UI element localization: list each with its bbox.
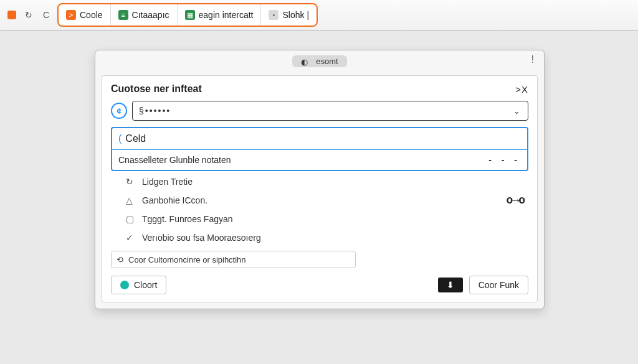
- tab-1[interactable]: ≡ Cıtaaapıc: [111, 4, 178, 26]
- tab-3-icon: •: [269, 10, 279, 20]
- tab-2-icon: ▦: [185, 10, 195, 20]
- option-3[interactable]: ✓ Verıobio sou fsa Mooraesoıerg: [111, 228, 528, 247]
- tab-3[interactable]: • Slohk |: [261, 4, 317, 26]
- sub-row-dashes: - - -: [488, 155, 521, 165]
- alert-icon[interactable]: !: [531, 54, 534, 65]
- tab-0-icon: >: [66, 10, 76, 20]
- main-chooser: ( Celd Cnasselleter Glunble notaten - - …: [111, 127, 528, 171]
- option-1[interactable]: △ Ganbohie ICcon. o→o: [111, 191, 528, 210]
- hint-icon: ⟲: [117, 255, 123, 264]
- selector-value: §••••••: [139, 106, 171, 116]
- search-value: Celd: [125, 133, 146, 144]
- tab-label: Cıtaaapıc: [132, 10, 169, 20]
- chevron-down-icon: ⌄: [513, 106, 521, 116]
- teal-dot-icon: [120, 281, 129, 289]
- refresh-icon[interactable]: ↻: [22, 9, 35, 21]
- tab-label: Slohk |: [282, 10, 309, 20]
- dialog: ◐ esomt ! Cuotose ner infteat >X ¢ §••••…: [95, 50, 545, 309]
- footer-right-button[interactable]: Coor Funk: [469, 276, 528, 294]
- info-icon: ¢: [111, 103, 127, 119]
- tab-label: Coole: [80, 10, 103, 20]
- dialog-title: Cuotose ner infteat: [111, 83, 202, 95]
- option-3-icon: ✓: [126, 233, 136, 243]
- tab-1-icon: ≡: [118, 10, 128, 20]
- hint-row[interactable]: ⟲ Coor Cultomoncinre or sipihctihn: [111, 251, 356, 268]
- tab-bar: > Coole ≡ Cıtaaapıc ▦ eagin intercatt • …: [57, 3, 318, 27]
- close-icon[interactable]: >X: [515, 84, 528, 95]
- download-icon[interactable]: ⬇: [438, 278, 463, 292]
- selector-dropdown[interactable]: §•••••• ⌄: [132, 101, 528, 121]
- pill-icon: ◐: [301, 57, 308, 65]
- dialog-body: Cuotose ner infteat >X ¢ §•••••• ⌄ ( Cel…: [102, 75, 538, 302]
- option-0-icon: ↻: [126, 177, 136, 187]
- option-1-label: Ganbohie ICcon.: [142, 195, 507, 205]
- option-3-label: Verıobio sou fsa Mooraesoıerg: [142, 233, 525, 243]
- footer-left-button[interactable]: Cloort: [111, 276, 166, 294]
- option-1-extra: o→o: [507, 194, 525, 207]
- option-2-label: Tgggt. Funroes Fagyan: [142, 214, 525, 224]
- option-2-icon: ▢: [126, 214, 136, 224]
- footer-right-group: ⬇ Coor Funk: [438, 276, 528, 294]
- option-2[interactable]: ▢ Tgggt. Funroes Fagyan: [111, 210, 528, 228]
- dialog-titlebar: Cuotose ner infteat >X: [111, 83, 528, 95]
- footer-right-label: Coor Funk: [478, 280, 519, 290]
- search-prefix-icon: (: [118, 133, 121, 144]
- tab-0[interactable]: > Coole: [59, 4, 111, 26]
- sub-row-label: Cnasselleter Glunble notaten: [118, 155, 231, 165]
- hint-label: Coor Cultomoncinre or sipihctihn: [128, 255, 246, 264]
- sub-row[interactable]: Cnasselleter Glunble notaten - - -: [112, 150, 527, 170]
- header-pill[interactable]: ◐ esomt: [292, 55, 346, 67]
- toolbar: ↻ C > Coole ≡ Cıtaaapıc ▦ eagin intercat…: [0, 0, 638, 30]
- option-0-label: Lidgen Tretie: [142, 177, 525, 187]
- tab-label: eagin intercatt: [199, 10, 254, 20]
- app-icon: [6, 9, 17, 21]
- dialog-footer: Cloort ⬇ Coor Funk: [111, 276, 528, 294]
- option-0[interactable]: ↻ Lidgen Tretie: [111, 172, 528, 191]
- option-1-icon: △: [126, 195, 136, 205]
- pill-label: esomt: [316, 57, 338, 66]
- footer-left-label: Cloort: [134, 280, 157, 290]
- reload-icon[interactable]: C: [40, 9, 52, 21]
- search-input[interactable]: ( Celd: [112, 128, 527, 150]
- options-list: ↻ Lidgen Tretie △ Ganbohie ICcon. o→o ▢ …: [111, 172, 528, 247]
- selector-row: ¢ §•••••• ⌄: [111, 101, 528, 121]
- dialog-header-strip: ◐ esomt !: [95, 50, 544, 72]
- tab-2[interactable]: ▦ eagin intercatt: [178, 4, 262, 26]
